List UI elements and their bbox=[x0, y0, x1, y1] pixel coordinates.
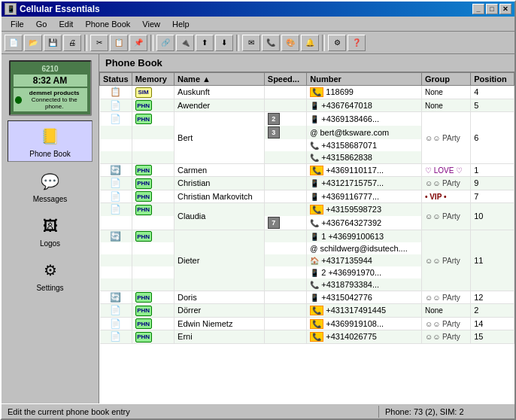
number-cell: 📱 +43121715757... bbox=[307, 177, 422, 190]
tb-settings[interactable]: ⚙ bbox=[328, 35, 346, 51]
settings-icon: ⚙ bbox=[38, 258, 62, 282]
table-row[interactable]: 📄 PHN Christian Markovitch 📱 +4369116777… bbox=[100, 190, 514, 203]
number-cell: 📞 +431317491445 bbox=[307, 304, 422, 318]
tb-upload[interactable]: ⬆ bbox=[196, 35, 214, 51]
table-row[interactable]: 📄 PHN Awender 📱 +4367647018 None 5 bbox=[100, 99, 514, 112]
phone-icon: 📞 bbox=[310, 142, 319, 150]
group-cell: ☺☺ PArty bbox=[421, 230, 470, 291]
col-speed[interactable]: Speed... bbox=[264, 73, 306, 86]
tb-disconnect[interactable]: 🔌 bbox=[176, 35, 194, 51]
table-row[interactable]: 📋 SIM Auskunft 📞 118699 None 4 bbox=[100, 86, 514, 99]
phone-company: demmel products bbox=[23, 90, 86, 96]
nav-logos[interactable]: 🖼 Logos bbox=[8, 211, 93, 251]
menu-help[interactable]: Help bbox=[166, 18, 196, 30]
sim-number-icon: 📞 bbox=[310, 87, 323, 97]
status-left: Edit the current phone book entry bbox=[2, 406, 379, 418]
number-cell: 📞 +4369110117... bbox=[307, 163, 422, 177]
title-buttons: _ □ ✕ bbox=[472, 4, 511, 14]
speed-cell bbox=[264, 230, 306, 242]
status-bar: Edit the current phone book entry Phone:… bbox=[2, 403, 514, 418]
nav-settings[interactable]: ⚙ Settings bbox=[8, 255, 93, 295]
col-status[interactable]: Status bbox=[100, 73, 132, 86]
speed-cell bbox=[264, 163, 306, 177]
position-cell: 10 bbox=[471, 203, 514, 230]
speed-cell bbox=[264, 190, 306, 203]
position-cell: 14 bbox=[471, 317, 514, 330]
logos-label: Logos bbox=[40, 239, 60, 248]
tb-paste[interactable]: 📌 bbox=[129, 35, 147, 51]
menu-go[interactable]: Go bbox=[30, 18, 53, 30]
phone-icon: 📞 bbox=[310, 281, 319, 289]
group-value: ☺☺ PArty bbox=[425, 294, 460, 302]
group-cell: ☺☺ PArty bbox=[421, 112, 470, 164]
tb-connect[interactable]: 🔗 bbox=[156, 35, 175, 51]
table-row[interactable]: 📄 PHN Claudia 📞 +43159598723 ☺☺ PArty 10 bbox=[100, 203, 514, 216]
tb-download[interactable]: ⬇ bbox=[215, 35, 233, 51]
table-row[interactable]: 📄 PHN Christian 📱 +43121715757... ☺☺ PAr… bbox=[100, 177, 514, 190]
number-cell: 📱 +4369116777... bbox=[307, 190, 422, 203]
number-cell: 📞 +436764327392 bbox=[307, 216, 422, 230]
minimize-button[interactable]: _ bbox=[472, 4, 484, 14]
col-position[interactable]: Position bbox=[471, 73, 514, 86]
col-memory[interactable]: Memory bbox=[132, 73, 174, 86]
tb-save[interactable]: 💾 bbox=[44, 35, 62, 51]
phone-memory-icon: PHN bbox=[135, 100, 152, 111]
tb-open[interactable]: 📂 bbox=[24, 35, 42, 51]
menu-view[interactable]: View bbox=[136, 18, 166, 30]
phone-status: demmel products Connected to the phone. bbox=[14, 88, 87, 111]
nav-phonebook[interactable]: 📒 Phone Book bbox=[8, 120, 93, 162]
tb-print[interactable]: 🖨 bbox=[63, 35, 81, 51]
tb-sms[interactable]: ✉ bbox=[242, 35, 260, 51]
menu-phonebook[interactable]: Phone Book bbox=[79, 18, 136, 30]
group-cell: ♡ LOVE ♡ bbox=[421, 163, 470, 177]
messages-icon: 💬 bbox=[38, 169, 62, 193]
phone-memory-icon: PHN bbox=[135, 191, 152, 202]
col-number[interactable]: Number bbox=[307, 73, 422, 86]
contact-name: Doris bbox=[178, 293, 197, 302]
menu-bar: File Go Edit Phone Book View Help bbox=[2, 17, 514, 32]
memory-cell: PHN bbox=[132, 99, 174, 112]
tb-logo[interactable]: 🎨 bbox=[281, 35, 299, 51]
table-row[interactable]: 🔄 PHN Carmen 📞 +4369110117... ♡ LOVE ♡ 1 bbox=[100, 163, 514, 177]
tb-new[interactable]: 📄 bbox=[5, 35, 23, 51]
table-row[interactable]: 📄 PHN Dörrer 📞 +431317491445 None 2 bbox=[100, 304, 514, 318]
table-row[interactable]: 📄 PHN Erni 📞 +4314026775 ☺☺ PArty 15 bbox=[100, 330, 514, 344]
mobile-icon: 📱 bbox=[310, 269, 319, 277]
tb-ring[interactable]: 🔔 bbox=[301, 35, 319, 51]
memory-cell: PHN bbox=[132, 230, 174, 242]
maximize-button[interactable]: □ bbox=[486, 4, 498, 14]
tb-copy[interactable]: 📋 bbox=[110, 35, 128, 51]
sim-number-icon: 📞 bbox=[310, 166, 323, 175]
number-cell: 📱 +4369138466... bbox=[307, 112, 422, 126]
status-cell: 📄 bbox=[100, 177, 132, 190]
tb-help[interactable]: ❓ bbox=[348, 35, 366, 51]
nav-messages[interactable]: 💬 Messages bbox=[8, 166, 93, 206]
memory-cell: PHN bbox=[132, 304, 174, 318]
group-cell: ☺☺ PArty bbox=[421, 291, 470, 304]
tb-cut[interactable]: ✂ bbox=[90, 35, 108, 51]
mobile-icon: 📱 bbox=[310, 102, 319, 110]
close-button[interactable]: ✕ bbox=[499, 4, 511, 14]
memory-cell: PHN bbox=[132, 163, 174, 177]
mobile-icon: 📱 bbox=[310, 115, 319, 123]
memory-cell: PHN bbox=[132, 203, 174, 216]
menu-edit[interactable]: Edit bbox=[53, 18, 79, 30]
contact-name: Dörrer bbox=[178, 306, 201, 315]
phone-time: 8:32 AM bbox=[14, 75, 87, 87]
col-name[interactable]: Name ▲ bbox=[175, 73, 265, 86]
table-row[interactable]: 🔄 PHN Dieter 📱 1 +43699100613 ☺☺ PArty 1… bbox=[100, 230, 514, 242]
tb-call[interactable]: 📞 bbox=[262, 35, 280, 51]
contact-name: Christian Markovitch bbox=[178, 192, 253, 201]
home-icon: 🏠 bbox=[310, 257, 319, 265]
table-row[interactable]: 🔄 PHN Doris 📱 +4315042776 ☺☺ PArty 12 bbox=[100, 291, 514, 304]
table-row[interactable]: 📄 PHN Bert 2 📱 +4369138466... ☺☺ PArty 6 bbox=[100, 112, 514, 126]
speed-cell: 7 bbox=[264, 216, 306, 230]
table-row[interactable]: 📄 PHN Edwin Niemetz 📞 +4369919108... ☺☺ … bbox=[100, 317, 514, 330]
col-group[interactable]: Group bbox=[421, 73, 470, 86]
group-cell: • VIP • bbox=[421, 190, 470, 203]
name-cell: Doris bbox=[175, 291, 265, 304]
name-cell: Carmen bbox=[175, 163, 265, 177]
name-cell: Edwin Niemetz bbox=[175, 317, 265, 330]
menu-file[interactable]: File bbox=[5, 18, 30, 30]
table-container[interactable]: Status Memory Name ▲ Speed... Number Gro… bbox=[99, 72, 514, 403]
